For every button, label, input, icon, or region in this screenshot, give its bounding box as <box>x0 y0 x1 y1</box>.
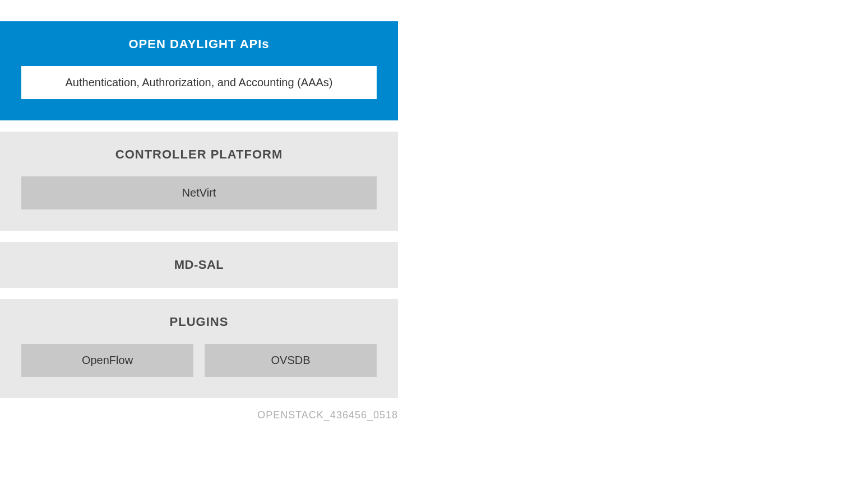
mdsal-layer-title: MD-SAL <box>21 258 377 272</box>
apis-layer-title: OPEN DAYLIGHT APIs <box>21 37 377 52</box>
apis-item-aaa: Authentication, Authrorization, and Acco… <box>21 66 377 99</box>
apis-layer: OPEN DAYLIGHT APIs Authentication, Authr… <box>0 21 398 120</box>
controller-item-netvirt: NetVirt <box>21 176 377 209</box>
footer-label: OPENSTACK_436456_0518 <box>0 409 398 421</box>
plugins-item-ovsdb: OVSDB <box>205 344 377 377</box>
plugins-row: OpenFlow OVSDB <box>21 344 377 377</box>
mdsal-layer: MD-SAL <box>0 242 398 288</box>
controller-layer-title: CONTROLLER PLATFORM <box>21 147 377 162</box>
plugins-layer-title: PLUGINS <box>21 315 377 329</box>
controller-layer: CONTROLLER PLATFORM NetVirt <box>0 132 398 231</box>
plugins-layer: PLUGINS OpenFlow OVSDB <box>0 299 398 398</box>
diagram-container: OPEN DAYLIGHT APIs Authentication, Authr… <box>0 21 398 398</box>
plugins-item-openflow: OpenFlow <box>21 344 193 377</box>
